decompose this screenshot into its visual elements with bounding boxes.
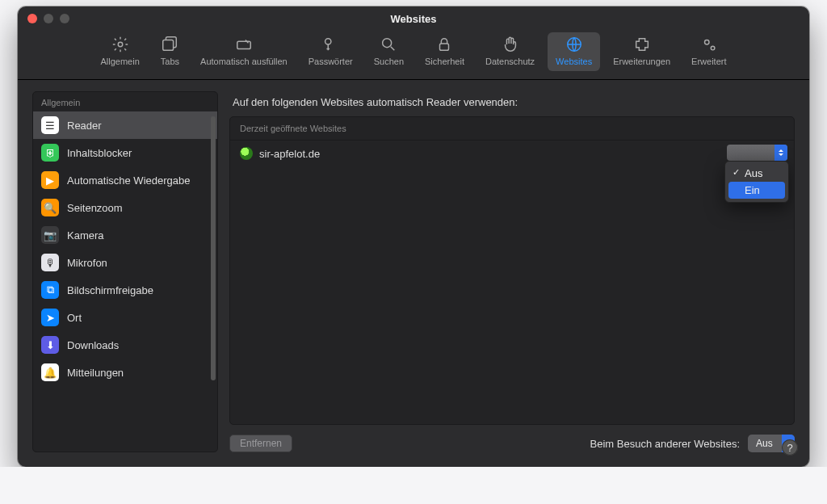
lock-icon (435, 36, 453, 53)
tab-label: Erweitert (691, 57, 726, 66)
globe-icon (565, 36, 583, 53)
tabs-icon (161, 36, 178, 53)
select-stepper-icon (775, 145, 787, 161)
sidebar-item-content-blocker[interactable]: ⛨ Inhaltsblocker (33, 139, 217, 166)
sidebar-item-label: Ort (67, 312, 82, 324)
row-value-select[interactable] (727, 145, 787, 161)
tab-label: Sicherheit (425, 57, 464, 66)
tab-general[interactable]: Allgemein (93, 32, 148, 71)
key-icon (321, 36, 339, 53)
content-body: Allgemein ☰ Reader ⛨ Inhaltsblocker ▶ Au… (18, 80, 809, 467)
sidebar-item-label: Mitteilungen (67, 367, 124, 379)
main-heading: Auf den folgenden Websites automatisch R… (229, 91, 795, 116)
magnifier-icon: 🔍 (41, 199, 59, 216)
tab-extensions[interactable]: Erweiterungen (605, 32, 678, 71)
other-websites-value: Aus (756, 438, 773, 449)
svg-rect-1 (163, 40, 174, 51)
location-icon: ➤ (41, 309, 59, 326)
bell-icon: 🔔 (41, 363, 59, 381)
scrollbar-thumb[interactable] (211, 116, 216, 380)
pencil-box-icon (235, 36, 253, 53)
sidebar-item-downloads[interactable]: ⬇ Downloads (33, 331, 217, 359)
sidebar-item-label: Downloads (67, 339, 119, 351)
sidebar-item-label: Seitenzoom (67, 202, 123, 214)
sidebar: Allgemein ☰ Reader ⛨ Inhaltsblocker ▶ Au… (32, 91, 218, 452)
sidebar-section-header: Allgemein (33, 92, 217, 111)
puzzle-icon (633, 36, 651, 53)
main-panel: Auf den folgenden Websites automatisch R… (229, 91, 795, 452)
svg-rect-5 (440, 44, 449, 50)
sidebar-item-camera[interactable]: 📷 Kamera (33, 221, 217, 249)
shield-icon: ⛨ (41, 144, 59, 162)
tab-label: Tabs (161, 57, 179, 66)
sidebar-item-notifications[interactable]: 🔔 Mitteilungen (33, 359, 217, 386)
sidebar-item-label: Bildschirmfreigabe (67, 284, 153, 296)
help-button[interactable]: ? (782, 439, 798, 456)
websites-listbox: Derzeit geöffnete Websites sir-apfelot.d… (229, 116, 795, 425)
website-row[interactable]: sir-apfelot.de (230, 141, 794, 166)
listbox-header: Derzeit geöffnete Websites (230, 117, 794, 141)
titlebar: Websites (18, 6, 809, 31)
sidebar-item-label: Automatische Wiedergabe (67, 174, 190, 187)
sidebar-item-page-zoom[interactable]: 🔍 Seitenzoom (33, 194, 217, 221)
other-websites-label: Beim Besuch anderer Websites: (590, 438, 740, 450)
sidebar-item-autoplay[interactable]: ▶ Automatische Wiedergabe (33, 166, 217, 194)
search-icon (380, 36, 397, 53)
tab-passwords[interactable]: Passwörter (300, 32, 361, 71)
sidebar-item-location[interactable]: ➤ Ort (33, 304, 217, 331)
tab-label: Suchen (374, 57, 404, 66)
svg-point-0 (118, 42, 123, 47)
download-icon: ⬇ (41, 336, 59, 354)
reader-icon: ☰ (41, 116, 59, 134)
svg-point-8 (711, 46, 715, 50)
tab-tabs[interactable]: Tabs (153, 32, 187, 71)
camera-icon: 📷 (41, 226, 59, 244)
svg-point-4 (383, 39, 392, 48)
sidebar-item-label: Kamera (67, 229, 104, 242)
sidebar-item-label: Reader (67, 120, 102, 132)
tab-label: Passwörter (309, 57, 353, 66)
sidebar-scrollbar[interactable] (211, 116, 216, 447)
preferences-toolbar: Allgemein Tabs Automatisch ausfüllen Pas… (18, 31, 809, 80)
play-icon: ▶ (41, 171, 59, 189)
window-title: Websites (18, 13, 809, 25)
dropdown-menu: Aus Ein (724, 161, 789, 203)
tab-websites[interactable]: Websites (548, 32, 600, 71)
sidebar-list: ☰ Reader ⛨ Inhaltsblocker ▶ Automatische… (33, 111, 217, 452)
tab-label: Allgemein (101, 57, 140, 66)
tab-privacy[interactable]: Datenschutz (477, 32, 543, 71)
dropdown-option-aus[interactable]: Aus (728, 165, 785, 182)
main-footer: Entfernen Beim Besuch anderer Websites: … (229, 425, 795, 452)
screen-icon: ⧉ (41, 281, 59, 299)
website-domain: sir-apfelot.de (259, 148, 320, 160)
sidebar-item-screen-sharing[interactable]: ⧉ Bildschirmfreigabe (33, 276, 217, 304)
sidebar-item-label: Inhaltsblocker (67, 147, 132, 159)
tab-advanced[interactable]: Erweitert (683, 32, 734, 71)
svg-point-7 (704, 40, 709, 45)
microphone-icon: 🎙 (41, 254, 59, 271)
svg-point-3 (325, 39, 331, 44)
gears-icon (700, 36, 718, 53)
tab-label: Datenschutz (485, 57, 535, 66)
preferences-window: Websites Allgemein Tabs Automatisch ausf… (18, 6, 809, 467)
tab-autofill[interactable]: Automatisch ausfüllen (192, 32, 296, 71)
sidebar-item-label: Mikrofon (67, 257, 107, 269)
favicon-icon (240, 147, 253, 160)
tab-security[interactable]: Sicherheit (417, 32, 472, 71)
hand-icon (502, 36, 519, 53)
tab-label: Websites (556, 57, 592, 66)
gear-icon (111, 36, 129, 53)
sidebar-item-reader[interactable]: ☰ Reader (33, 111, 217, 139)
dropdown-option-ein[interactable]: Ein (728, 182, 785, 199)
tab-label: Automatisch ausfüllen (200, 57, 288, 66)
remove-button[interactable]: Entfernen (229, 435, 292, 452)
sidebar-item-microphone[interactable]: 🎙 Mikrofon (33, 249, 217, 276)
tab-search[interactable]: Suchen (366, 32, 412, 71)
select-button[interactable] (727, 145, 787, 161)
tab-label: Erweiterungen (613, 57, 670, 66)
